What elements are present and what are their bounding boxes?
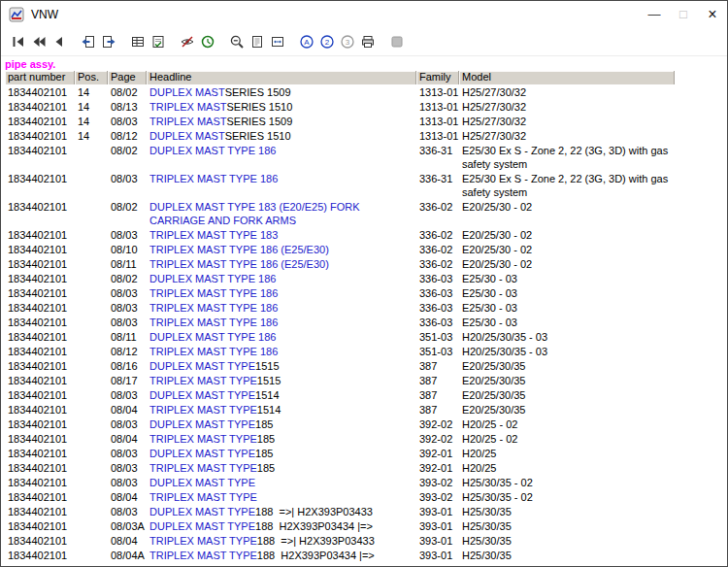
- table-row[interactable]: 183440210108/04TRIPLEX MAST TYPE1514387E…: [5, 402, 675, 417]
- table-row[interactable]: 18344021011408/02DUPLEX MASTSERIES 15091…: [5, 84, 675, 99]
- cell-model: H25/27/30/32: [459, 85, 675, 99]
- headline-link[interactable]: DUPLEX MAST: [149, 130, 225, 142]
- column-header-family[interactable]: Family: [416, 71, 459, 84]
- cell-page: 08/03: [108, 461, 147, 475]
- headline-link[interactable]: TRIPLEX MAST TYPE: [149, 550, 257, 561]
- headline-link[interactable]: TRIPLEX MAST TYPE: [149, 462, 257, 474]
- headline-link[interactable]: TRIPLEX MAST TYPE: [149, 491, 257, 503]
- maximize-button[interactable]: □: [669, 1, 698, 27]
- column-header-page[interactable]: Page: [108, 71, 147, 84]
- table-row[interactable]: 183440210108/03TRIPLEX MAST TYPE 186336-…: [5, 171, 675, 199]
- first-page-button[interactable]: [8, 31, 28, 51]
- cell-part-number: 1834402101: [5, 286, 75, 300]
- cell-model: E20/25/30/35: [459, 388, 675, 402]
- table-row[interactable]: 183440210108/02DUPLEX MAST TYPE 186336-0…: [5, 271, 675, 285]
- parts-list-button[interactable]: [127, 31, 148, 51]
- headline-link[interactable]: TRIPLEX MAST TYPE 186 (E25/E30): [149, 244, 329, 255]
- headline-link[interactable]: TRIPLEX MAST TYPE 186: [149, 317, 278, 328]
- cell-headline: TRIPLEX MAST TYPE188 H2X393P03434 |=>: [147, 549, 416, 562]
- headline-link[interactable]: DUPLEX MAST TYPE: [149, 506, 255, 517]
- cell-family: 1313-01: [416, 100, 459, 114]
- cell-headline: DUPLEX MASTSERIES 1510: [147, 129, 416, 143]
- cell-family: 392-02: [416, 432, 459, 446]
- headline-link[interactable]: TRIPLEX MAST TYPE: [149, 433, 257, 445]
- headline-link[interactable]: TRIPLEX MAST TYPE 186 (E25/E30): [149, 258, 329, 270]
- column-header-headline[interactable]: Headline: [147, 71, 416, 84]
- headline-link[interactable]: TRIPLEX MAST TYPE: [149, 535, 257, 547]
- table-row[interactable]: 183440210108/02DUPLEX MAST TYPE 183 (E20…: [5, 199, 675, 227]
- headline-text: SERIES 1510: [226, 101, 292, 113]
- headline-link[interactable]: DUPLEX MAST TYPE 183 (E20/E25) FORK CARR…: [149, 201, 363, 226]
- table-row[interactable]: 183440210108/04TRIPLEX MAST TYPE393-02H2…: [5, 489, 675, 504]
- toggle-callouts-button[interactable]: [177, 31, 197, 51]
- previous-page-button[interactable]: [49, 31, 69, 51]
- headline-link[interactable]: TRIPLEX MAST TYPE: [149, 404, 257, 416]
- table-row[interactable]: 183440210108/03DUPLEX MAST TYPE185392-01…: [5, 446, 675, 460]
- table-row[interactable]: 183440210108/10TRIPLEX MAST TYPE 186 (E2…: [5, 242, 675, 256]
- headline-link[interactable]: TRIPLEX MAST: [149, 116, 226, 127]
- headline-link[interactable]: TRIPLEX MAST TYPE 186: [149, 173, 278, 184]
- headline-link[interactable]: DUPLEX MAST TYPE: [149, 389, 255, 401]
- headline-link[interactable]: DUPLEX MAST TYPE: [149, 520, 255, 532]
- table-row[interactable]: 183440210108/03TRIPLEX MAST TYPE 186336-…: [5, 285, 675, 300]
- table-row[interactable]: 18344021011408/13TRIPLEX MASTSERIES 1510…: [5, 99, 675, 114]
- table-row[interactable]: 183440210108/16DUPLEX MAST TYPE1515387E2…: [5, 358, 675, 373]
- headline-link[interactable]: DUPLEX MAST TYPE 186: [149, 273, 276, 284]
- table-row[interactable]: 183440210108/03DUPLEX MAST TYPE185392-02…: [5, 417, 675, 431]
- fit-width-button[interactable]: [267, 31, 287, 51]
- table-row[interactable]: 183440210108/03DUPLEX MAST TYPE393-02H25…: [5, 475, 675, 489]
- headline-link[interactable]: DUPLEX MAST TYPE: [149, 360, 255, 372]
- previous-fast-button[interactable]: [28, 31, 49, 51]
- headline-link[interactable]: DUPLEX MAST TYPE 186: [149, 331, 276, 343]
- minimize-button[interactable]: —: [640, 1, 669, 27]
- table-row[interactable]: 18344021011408/12DUPLEX MASTSERIES 15101…: [5, 128, 675, 143]
- print-button[interactable]: [357, 31, 378, 51]
- page-forward-button[interactable]: [98, 31, 118, 51]
- checklist-button[interactable]: [148, 31, 168, 51]
- table-row[interactable]: 183440210108/02DUPLEX MAST TYPE 186336-3…: [5, 143, 675, 171]
- table-row[interactable]: 183440210108/03TRIPLEX MAST TYPE 186336-…: [5, 300, 675, 315]
- badge-2-toggle-button[interactable]: 2: [316, 31, 337, 51]
- table-row[interactable]: 183440210108/03ADUPLEX MAST TYPE188 H2X3…: [5, 518, 675, 533]
- headline-link[interactable]: TRIPLEX MAST TYPE 186: [149, 302, 278, 314]
- table-row[interactable]: 183440210108/04ATRIPLEX MAST TYPE188 H2X…: [5, 548, 675, 562]
- headline-link[interactable]: DUPLEX MAST TYPE 186: [149, 145, 276, 156]
- table-body: 18344021011408/02DUPLEX MASTSERIES 15091…: [5, 84, 675, 562]
- headline-link[interactable]: TRIPLEX MAST: [149, 101, 226, 113]
- headline-link[interactable]: TRIPLEX MAST TYPE 183: [149, 229, 278, 241]
- app-icon[interactable]: [9, 7, 24, 22]
- table-row[interactable]: 183440210108/11TRIPLEX MAST TYPE 186 (E2…: [5, 256, 675, 271]
- table-row[interactable]: 18344021011408/03TRIPLEX MASTSERIES 1509…: [5, 114, 675, 128]
- badge-a-toggle-button[interactable]: A: [296, 31, 316, 51]
- cell-family: 392-01: [416, 461, 459, 475]
- cell-page: 08/03: [108, 286, 147, 300]
- badge-3-toggle-button[interactable]: 3: [337, 31, 357, 51]
- table-row[interactable]: 183440210108/17TRIPLEX MAST TYPE1515387E…: [5, 373, 675, 387]
- headline-link[interactable]: DUPLEX MAST TYPE: [149, 418, 255, 430]
- table-row[interactable]: 183440210108/03TRIPLEX MAST TYPE 183336-…: [5, 227, 675, 242]
- column-header-model[interactable]: Model: [459, 71, 675, 84]
- zoom-out-button[interactable]: [226, 31, 247, 51]
- headline-link[interactable]: TRIPLEX MAST TYPE 186: [149, 346, 278, 357]
- fit-page-button[interactable]: [247, 31, 267, 51]
- headline-link[interactable]: TRIPLEX MAST TYPE 186: [149, 287, 278, 299]
- table-row[interactable]: 183440210108/03TRIPLEX MAST TYPE185392-0…: [5, 460, 675, 475]
- table-row[interactable]: 183440210108/11DUPLEX MAST TYPE 186351-0…: [5, 329, 675, 344]
- headline-link[interactable]: TRIPLEX MAST TYPE: [149, 375, 257, 386]
- table-row[interactable]: 183440210108/12TRIPLEX MAST TYPE 186351-…: [5, 344, 675, 358]
- table-row[interactable]: 183440210108/03DUPLEX MAST TYPE1514387E2…: [5, 387, 675, 402]
- table-row[interactable]: 183440210108/04TRIPLEX MAST TYPE185392-0…: [5, 431, 675, 446]
- headline-link[interactable]: DUPLEX MAST TYPE: [149, 448, 255, 459]
- headline-link[interactable]: DUPLEX MAST: [149, 86, 225, 98]
- column-header-pos[interactable]: Pos.: [75, 71, 108, 84]
- table-row[interactable]: 183440210108/03TRIPLEX MAST TYPE 186336-…: [5, 315, 675, 329]
- close-button[interactable]: ×: [698, 1, 727, 27]
- page-back-button[interactable]: [78, 31, 98, 51]
- table-row[interactable]: 183440210108/03DUPLEX MAST TYPE188 =>| H…: [5, 504, 675, 518]
- column-header-part-number[interactable]: part number: [5, 71, 75, 84]
- cell-part-number: 1834402101: [5, 200, 75, 214]
- titlebar[interactable]: VNW — □ ×: [1, 1, 727, 27]
- headline-link[interactable]: DUPLEX MAST TYPE: [149, 477, 255, 488]
- history-clock-button[interactable]: [197, 31, 217, 51]
- table-row[interactable]: 183440210108/04TRIPLEX MAST TYPE188 =>| …: [5, 533, 675, 548]
